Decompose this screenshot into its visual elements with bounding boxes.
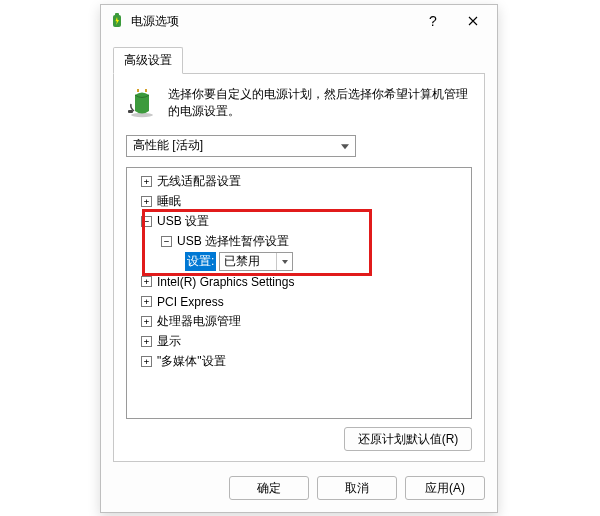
tree-item-display[interactable]: + 显示 — [129, 332, 469, 352]
tab-panel: 选择你要自定义的电源计划，然后选择你希望计算机管理的电源设置。 高性能 [活动]… — [113, 73, 485, 462]
battery-icon — [126, 86, 158, 118]
tree-item-usb-suspend[interactable]: − USB 选择性暂停设置 — [129, 232, 469, 252]
help-button[interactable]: ? — [413, 7, 453, 35]
tree-item-multimedia[interactable]: + "多媒体"设置 — [129, 352, 469, 372]
tree-label: USB 选择性暂停设置 — [177, 233, 289, 250]
tree-label: "多媒体"设置 — [157, 353, 226, 370]
settings-tree[interactable]: + 无线适配器设置 + 睡眠 − USB 设置 − USB 选择性暂停设置 设置… — [126, 167, 472, 419]
collapse-icon[interactable]: − — [161, 236, 172, 247]
cancel-button[interactable]: 取消 — [317, 476, 397, 500]
expand-icon[interactable]: + — [141, 336, 152, 347]
tree-label: 显示 — [157, 333, 181, 350]
restore-row: 还原计划默认值(R) — [126, 427, 472, 451]
tree-label: PCI Express — [157, 295, 224, 309]
tree-label: 睡眠 — [157, 193, 181, 210]
info-row: 选择你要自定义的电源计划，然后选择你希望计算机管理的电源设置。 — [126, 86, 472, 121]
tree-item-setting-value[interactable]: 设置: 已禁用 — [129, 252, 469, 272]
tree-item-pci-express[interactable]: + PCI Express — [129, 292, 469, 312]
expand-icon[interactable]: + — [141, 196, 152, 207]
tree-item-sleep[interactable]: + 睡眠 — [129, 192, 469, 212]
tab-strip: 高级设置 — [113, 47, 485, 74]
power-plan-select[interactable]: 高性能 [活动] — [126, 135, 356, 157]
tree-label: USB 设置 — [157, 213, 209, 230]
dialog-footer: 确定 取消 应用(A) — [113, 476, 485, 500]
tree-label: Intel(R) Graphics Settings — [157, 275, 294, 289]
ok-button[interactable]: 确定 — [229, 476, 309, 500]
svg-rect-4 — [128, 110, 133, 113]
expand-icon[interactable]: + — [141, 316, 152, 327]
svg-rect-1 — [115, 13, 119, 16]
client-area: 高级设置 选择你要自定义的电源计划，然后选择你希望计算机管理的电源设置。 — [101, 37, 497, 512]
setting-value: 已禁用 — [224, 253, 276, 270]
close-button[interactable] — [453, 7, 493, 35]
tree-item-usb[interactable]: − USB 设置 — [129, 212, 469, 232]
expand-icon[interactable]: + — [141, 176, 152, 187]
setting-label: 设置: — [185, 252, 216, 271]
app-icon — [109, 13, 125, 29]
tree-label: 无线适配器设置 — [157, 173, 241, 190]
power-plan-value: 高性能 [活动] — [133, 137, 203, 154]
expand-icon[interactable]: + — [141, 296, 152, 307]
tab-advanced[interactable]: 高级设置 — [113, 47, 183, 74]
apply-button[interactable]: 应用(A) — [405, 476, 485, 500]
expand-icon[interactable]: + — [141, 276, 152, 287]
info-text: 选择你要自定义的电源计划，然后选择你希望计算机管理的电源设置。 — [168, 86, 472, 121]
collapse-icon[interactable]: − — [141, 216, 152, 227]
setting-value-combo[interactable]: 已禁用 — [219, 252, 293, 271]
window-title: 电源选项 — [131, 13, 413, 30]
tree-label: 处理器电源管理 — [157, 313, 241, 330]
restore-defaults-button[interactable]: 还原计划默认值(R) — [344, 427, 472, 451]
tree-item-intel-graphics[interactable]: + Intel(R) Graphics Settings — [129, 272, 469, 292]
expand-icon[interactable]: + — [141, 356, 152, 367]
titlebar: 电源选项 ? — [101, 5, 497, 37]
chevron-down-icon[interactable] — [276, 253, 292, 270]
power-options-dialog: 电源选项 ? 高级设置 选择你要自 — [100, 4, 498, 513]
tree-item-processor[interactable]: + 处理器电源管理 — [129, 312, 469, 332]
tree-item-wireless[interactable]: + 无线适配器设置 — [129, 172, 469, 192]
